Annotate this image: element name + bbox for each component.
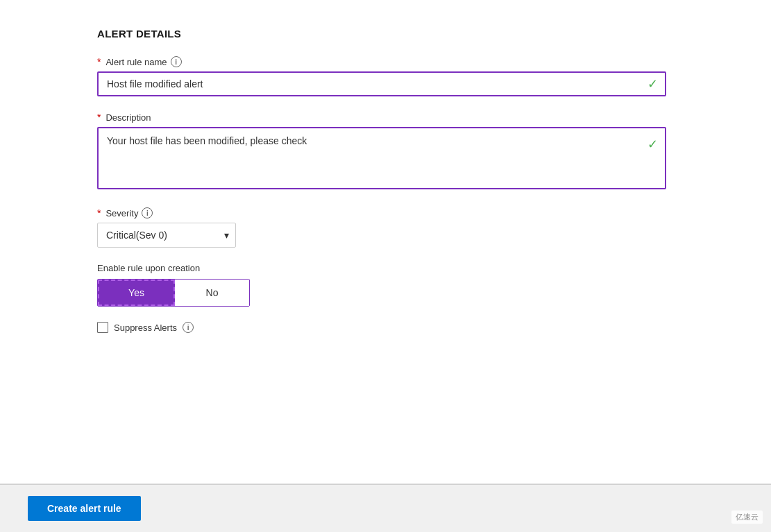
- enable-rule-label: Enable rule upon creation: [97, 263, 729, 273]
- toggle-yes-button[interactable]: Yes: [98, 280, 175, 306]
- description-textarea[interactable]: Your host file has been modified, please…: [97, 127, 666, 189]
- footer-bar: Create alert rule: [0, 484, 771, 532]
- watermark-label: 亿速云: [731, 510, 763, 524]
- label-text-sev: Severity: [105, 208, 138, 218]
- description-label: * Description: [97, 112, 729, 123]
- suppress-alerts-label: Suppress Alerts: [114, 323, 177, 333]
- info-icon-name[interactable]: i: [171, 56, 182, 67]
- info-icon-severity[interactable]: i: [142, 207, 153, 218]
- required-star-sev: *: [97, 207, 101, 218]
- severity-label: * Severity i: [97, 207, 729, 218]
- alert-rule-name-label: * Alert rule name i: [97, 56, 729, 67]
- create-alert-rule-button[interactable]: Create alert rule: [28, 496, 141, 521]
- severity-select[interactable]: Critical(Sev 0) High(Sev 1) Medium(Sev 2…: [97, 223, 236, 248]
- name-checkmark-icon: ✓: [647, 76, 658, 92]
- enable-rule-toggle-group: Yes No: [97, 279, 250, 307]
- label-text-name: Alert rule name: [105, 57, 167, 67]
- suppress-alerts-checkbox[interactable]: [97, 322, 108, 333]
- severity-select-wrapper: Critical(Sev 0) High(Sev 1) Medium(Sev 2…: [97, 223, 236, 248]
- alert-rule-name-input[interactable]: [97, 71, 666, 96]
- alert-rule-name-group: * Alert rule name i ✓: [97, 56, 729, 96]
- main-content: ALERT DETAILS * Alert rule name i ✓ * De…: [0, 0, 771, 484]
- description-wrapper: Your host file has been modified, please…: [97, 127, 666, 192]
- description-group: * Description Your host file has been mo…: [97, 112, 729, 192]
- severity-group: * Severity i Critical(Sev 0) High(Sev 1)…: [97, 207, 729, 248]
- toggle-no-button[interactable]: No: [175, 280, 249, 306]
- enable-rule-group: Enable rule upon creation Yes No: [97, 263, 729, 307]
- required-star-desc: *: [97, 112, 101, 123]
- required-star-name: *: [97, 56, 101, 67]
- label-text-desc: Description: [105, 112, 151, 123]
- alert-rule-name-wrapper: ✓: [97, 71, 666, 96]
- suppress-alerts-group: Suppress Alerts i: [97, 322, 729, 333]
- desc-checkmark-icon: ✓: [647, 137, 658, 152]
- info-icon-suppress[interactable]: i: [183, 322, 194, 333]
- section-title: ALERT DETAILS: [97, 28, 729, 40]
